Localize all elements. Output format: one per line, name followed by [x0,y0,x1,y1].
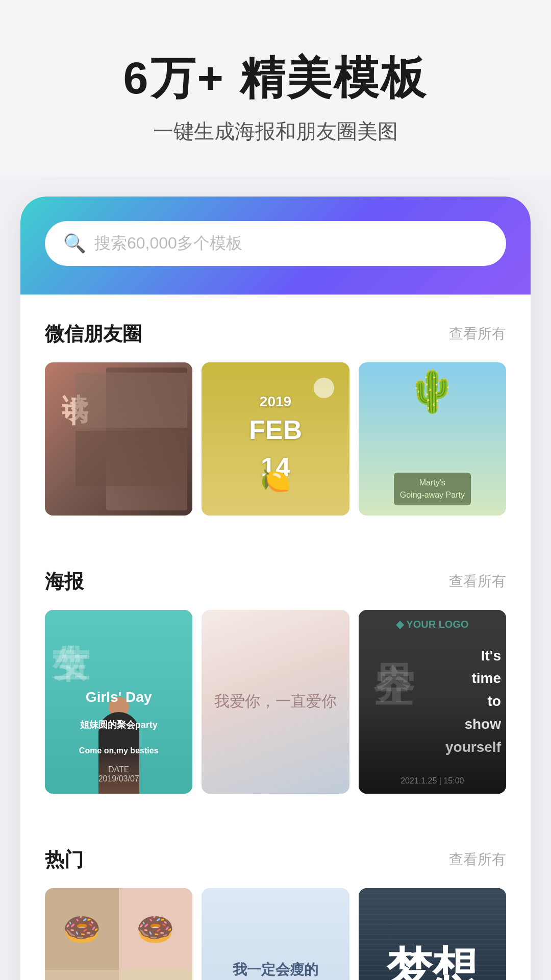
doughnut-emoji-1: 🍩 [63,911,101,947]
love-card-bg: 我爱你，一直爱你 [202,610,349,794]
search-header: 🔍 搜索60,000多个模板 [20,197,531,295]
book-stack [76,373,187,510]
love-main-text: 我爱你，一直爱你 [214,691,337,712]
wechat-card-party[interactable]: 🌵 Marty'sGoing-away Party [359,362,506,516]
hero-subtitle: 一键生成海报和朋友圈美图 [31,117,520,145]
doughnut-card-bg: 🍩 🍩 🍩 🍩 doughnut [45,888,192,980]
party-cactus-emoji: 🌵 [407,368,458,415]
hot-section-header: 热门 查看所有 [45,847,506,873]
wechat-cards-row: 读书 2019 FEB [45,362,506,516]
room-card-inner: ◆ YOUR LOGO 空界 It'stimetoshowyourself 20… [359,610,506,794]
doughnut-cell-4: 🍩 [119,970,193,980]
search-placeholder: 搜索60,000多个模板 [94,232,488,255]
valentine-fruit: 🍋 [260,467,291,495]
app-card: 🔍 搜索60,000多个模板 微信朋友圈 查看所有 读书 [20,197,531,980]
poster-card-love[interactable]: 我爱你，一直爱你 [202,610,349,794]
reading-card-inner: 读书 [45,362,192,516]
hot-card-dream[interactable]: 梦想 追在我后面跑！ [359,888,506,980]
girls-card-bg: 女生节 Girls' Day姐妹圆的聚会partyCome on,my best… [45,610,192,794]
search-bar[interactable]: 🔍 搜索60,000多个模板 [45,221,506,266]
girls-card-inner: 女生节 Girls' Day姐妹圆的聚会partyCome on,my best… [45,610,192,794]
doughnut-cell-2: 🍩 [119,888,193,970]
room-card-bg: ◆ YOUR LOGO 空界 It'stimetoshowyourself 20… [359,610,506,794]
valentine-circle-icon [314,378,334,398]
hero-section: 6万+ 精美模板 一键生成海报和朋友圈美图 [0,0,551,176]
hot-card-doughnut[interactable]: 🍩 🍩 🍩 🍩 doughnut [45,888,192,980]
poster-card-room[interactable]: ◆ YOUR LOGO 空界 It'stimetoshowyourself 20… [359,610,506,794]
dream-main-text: 梦想 [386,939,478,980]
room-logo: ◆ YOUR LOGO [396,618,468,630]
dream-card-inner: 梦想 追在我后面跑！ [359,888,506,980]
party-title-text: Marty'sGoing-away Party [400,477,465,501]
wechat-section-title: 微信朋友圈 [45,321,142,347]
hot-section-title: 热门 [45,847,84,873]
wechat-section-header: 微信朋友圈 查看所有 [45,321,506,347]
wechat-section: 微信朋友圈 查看所有 读书 [20,295,531,516]
party-text-block: Marty'sGoing-away Party [394,473,471,505]
room-date-text: 2021.1.25 | 15:00 [400,776,464,786]
motivation-main-text: 我一定会瘦的 [233,960,318,979]
poster-view-all[interactable]: 查看所有 [449,572,506,591]
girls-text-overlay: Girls' Day姐妹圆的聚会partyCome on,my besties … [45,684,192,783]
doughnut-emoji-2: 🍩 [136,911,174,947]
doughnut-card-inner: 🍩 🍩 🍩 🍩 doughnut [45,888,192,980]
hot-cards-row: 🍩 🍩 🍩 🍩 doughnut [45,888,506,980]
reading-card-bg: 读书 [45,362,192,516]
wechat-card-reading[interactable]: 读书 [45,362,192,516]
wechat-view-all[interactable]: 查看所有 [449,324,506,344]
hot-section: 热门 查看所有 🍩 🍩 [20,820,531,980]
love-card-inner: 我爱你，一直爱你 [202,610,349,794]
motivation-card-bg: 我一定会瘦的 🧍 [202,888,349,980]
party-card-bg: 🌵 Marty'sGoing-away Party [359,362,506,516]
poster-card-girls[interactable]: 女生节 Girls' Day姐妹圆的聚会partyCome on,my best… [45,610,192,794]
search-icon: 🔍 [63,233,86,254]
poster-cards-row: 女生节 Girls' Day姐妹圆的聚会partyCome on,my best… [45,610,506,794]
party-card-inner: 🌵 Marty'sGoing-away Party [359,362,506,516]
hot-view-all[interactable]: 查看所有 [449,850,506,869]
motivation-card-inner: 我一定会瘦的 🧍 [202,888,349,980]
valentine-card-inner: 2019 FEB 14 🍋 [202,362,349,516]
hot-card-motivation[interactable]: 我一定会瘦的 🧍 [202,888,349,980]
poster-section: 海报 查看所有 女生节 Girls' D [20,542,531,794]
wechat-card-valentine[interactable]: 2019 FEB 14 🍋 [202,362,349,516]
poster-section-header: 海报 查看所有 [45,569,506,595]
doughnut-grid: 🍩 🍩 🍩 🍩 [45,888,192,980]
hero-title: 6万+ 精美模板 [31,51,520,105]
room-bottom-overlay: 2021.1.25 | 15:00 [359,702,506,794]
dream-card-bg: 梦想 追在我后面跑！ [359,888,506,980]
girls-main-text: Girls' Day姐妹圆的聚会partyCome on,my besties [45,684,192,762]
girls-date-text: DATE2019/03/07 [45,765,192,783]
doughnut-cell-3: 🍩 [45,970,119,980]
valentine-card-bg: 2019 FEB 14 🍋 [202,362,349,516]
poster-section-title: 海报 [45,569,84,595]
doughnut-cell-1: 🍩 [45,888,119,970]
